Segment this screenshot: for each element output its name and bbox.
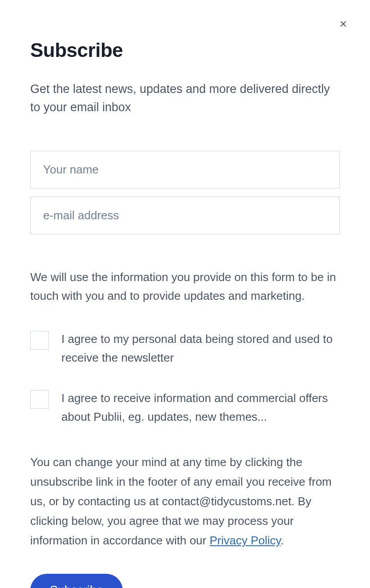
close-icon: × xyxy=(340,17,347,31)
privacy-policy-link[interactable]: Privacy Policy xyxy=(209,534,281,547)
subtitle-text: Get the latest news, updates and more de… xyxy=(30,80,340,116)
subscribe-modal: Subscribe Get the latest news, updates a… xyxy=(0,0,370,588)
checkbox-row-commercial: I agree to receive information and comme… xyxy=(30,389,340,426)
page-title: Subscribe xyxy=(30,39,340,61)
info-text: We will use the information you provide … xyxy=(30,268,340,305)
form-inputs xyxy=(30,151,340,234)
agree-commercial-label: I agree to receive information and comme… xyxy=(61,389,340,426)
subscribe-button[interactable]: Subscribe xyxy=(30,574,123,588)
agree-data-label: I agree to my personal data being stored… xyxy=(61,330,340,367)
name-input[interactable] xyxy=(30,151,340,189)
checkbox-group: I agree to my personal data being stored… xyxy=(30,330,340,426)
agree-commercial-checkbox[interactable] xyxy=(30,390,49,409)
footer-text-after: . xyxy=(281,534,284,547)
footer-text-before: You can change your mind at any time by … xyxy=(30,455,332,548)
checkbox-row-data: I agree to my personal data being stored… xyxy=(30,330,340,367)
footer-text: You can change your mind at any time by … xyxy=(30,452,340,551)
agree-data-checkbox[interactable] xyxy=(30,331,49,350)
close-button[interactable]: × xyxy=(338,16,349,32)
email-input[interactable] xyxy=(30,197,340,234)
